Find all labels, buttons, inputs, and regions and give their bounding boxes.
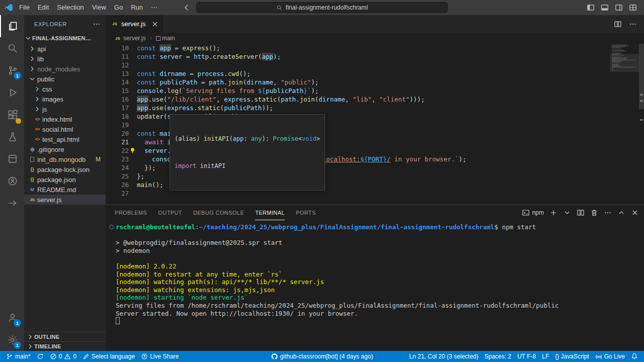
code-line-11[interactable]: 11const server = http.createServer(app); [106,52,644,61]
editor-scrollbar[interactable] [639,44,644,205]
statusbar-select-language[interactable]: Select language [79,351,138,362]
statusbar-go-live[interactable]: Go Live [592,351,628,362]
tree-item-css[interactable]: css [24,84,106,94]
tree-item-package-lock-json[interactable]: {}package-lock.json [24,164,106,174]
terminal-dropdown-icon[interactable] [563,209,571,217]
code-line-16[interactable]: 16app.use("/lib/client", express.static(… [106,95,644,104]
code-line-14[interactable]: 14const publicPath = path.join(dirname, … [106,78,644,86]
panel-more-icon[interactable] [604,209,612,217]
menu-selection[interactable]: Selection [53,0,88,15]
panel-tab-debug-console[interactable]: DEBUG CONSOLE [193,205,244,220]
tree-item-images[interactable]: images [24,94,106,104]
tree-item-server-js[interactable]: JSserver.js [24,195,106,205]
panel-tab-output[interactable]: OUTPUT [158,205,182,220]
menu-go[interactable]: Go [110,0,127,15]
code-line-12[interactable]: 12 [106,61,644,69]
terminal-picker[interactable]: npm [522,209,544,217]
activity-docker[interactable] [0,148,24,170]
tree-item-api[interactable]: api [24,44,106,54]
tree-item-lib[interactable]: lib [24,54,106,64]
chevron-right-icon [28,45,36,53]
statusbar-git-blame[interactable]: github-classroom[bot] (4 days ago) [268,351,376,362]
activity-explorer[interactable] [0,15,24,37]
breadcrumb-server-js[interactable]: JSserver.js [114,34,146,42]
terminal-cursor [116,317,120,324]
tree-item-index-html[interactable]: <>index.html [24,114,106,124]
tree-item-js[interactable]: js [24,104,106,114]
terminal-line: Server started. Now open http://localhos… [116,310,644,318]
statusbar-notifications[interactable] [628,351,641,362]
lightbulb-icon[interactable] [129,147,136,154]
statusbar-indentation[interactable]: Spaces: 2 [481,351,514,362]
terminal-line: rschraml@beutelteufel:~/teaching/2024_25… [116,223,644,231]
activity-live-share[interactable] [0,170,24,192]
minimap[interactable] [612,45,637,72]
code-line-15[interactable]: 15console.log(`Serving files from ${publ… [106,86,644,95]
new-terminal-icon[interactable] [549,209,557,217]
tree-item-gitignore[interactable]: .gitignore [24,144,106,154]
workspace-section-header[interactable]: FINAL-ASSIGNMENT-RUDOLFSCHRAML [24,33,106,44]
statusbar-live-share[interactable]: Live Share [138,351,182,362]
timeline-section[interactable]: TIMELINE [24,341,106,351]
outline-section[interactable]: OUTLINE [24,332,106,341]
code-line-13[interactable]: 13const dirname = process.cwd(); [106,69,644,78]
menu-edit[interactable]: Edit [34,0,53,15]
kill-terminal-icon[interactable] [590,209,598,217]
command-center-search[interactable]: final-assignment-rudolfschraml [196,2,448,13]
tree-item-package-json[interactable]: {}package.json [24,174,106,185]
breadcrumb-main[interactable]: main [156,35,175,42]
statusbar-language-mode[interactable]: {} JavaScript [552,351,592,362]
activity-source-control[interactable]: 1 [0,59,24,81]
menu-view[interactable]: View [88,0,110,15]
panel-tab-ports[interactable]: PORTS [296,205,316,220]
statusbar-problems[interactable]: 00 [47,351,79,362]
statusbar-eol[interactable]: LF [539,351,552,362]
statusbar-sync-status[interactable] [34,351,47,362]
tab-server-js[interactable]: JS server.js [106,15,163,33]
panel-tab-problems[interactable]: PROBLEMS [115,205,147,220]
customize-layout-icon[interactable] [629,4,637,12]
terminal-output[interactable]: rschraml@beutelteufel:~/teaching/2024_25… [106,221,644,351]
statusbar-cursor-position[interactable]: Ln 21, Col 20 (3 selected) [406,351,481,362]
activity-search[interactable] [0,37,24,59]
toggle-primary-sidebar-icon[interactable] [587,4,595,12]
activity-extensions[interactable] [0,104,24,126]
tree-item-test-api-html[interactable]: <>test_api.html [24,134,106,144]
more-editor-actions-icon[interactable] [629,20,637,28]
maximize-panel-icon[interactable] [617,209,625,217]
code-line-17[interactable]: 17app.use(express.static(publicPath)); [106,104,644,112]
git-branch-icon [6,353,13,360]
activity-accounts[interactable]: 1 [0,307,24,329]
activity-run-and-debug[interactable] [0,81,24,104]
tree-item-init-db-mongodb[interactable]: init_db.mongodbM [24,154,106,164]
menu-run[interactable]: Run [127,0,147,15]
toggle-secondary-sidebar-icon[interactable] [615,4,623,12]
panel-tab-terminal[interactable]: TERMINAL [255,205,285,220]
close-tab-icon[interactable] [151,20,159,28]
activity-manage[interactable]: 1 [0,329,24,351]
code-editor[interactable]: 10const app = express();11const server =… [106,44,644,205]
tree-item-social-html[interactable]: <>social.html [24,124,106,134]
minimap-slider[interactable] [610,54,639,72]
activity-testing[interactable] [0,126,24,148]
accounts-badge: 1 [14,319,21,327]
back-icon[interactable] [183,4,191,12]
split-editor-icon[interactable] [614,20,622,28]
toggle-panel-icon[interactable] [601,4,609,12]
tree-item-readme-md[interactable]: MREADME.md [24,185,106,195]
more-actions-icon[interactable] [93,20,101,28]
scrollbar-thumb[interactable] [639,44,644,109]
menu-more[interactable]: ⋯ [147,0,162,15]
menu-file[interactable]: File [15,0,34,15]
close-panel-icon[interactable] [631,209,639,217]
statusbar-encoding[interactable]: UT F-8 [514,351,539,362]
activity-remote-explorer[interactable] [0,192,24,214]
chevron-right-icon [33,105,41,113]
tree-item-node-modules[interactable]: node_modules [24,64,106,74]
code-line-10[interactable]: 10const app = express(); [106,44,644,52]
line-number: 10 [106,44,129,52]
statusbar-git-branch[interactable]: main* [3,351,34,362]
tree-item-public[interactable]: public [24,74,106,84]
split-terminal-icon[interactable] [577,209,585,217]
command-decoration-icon[interactable] [109,225,114,229]
